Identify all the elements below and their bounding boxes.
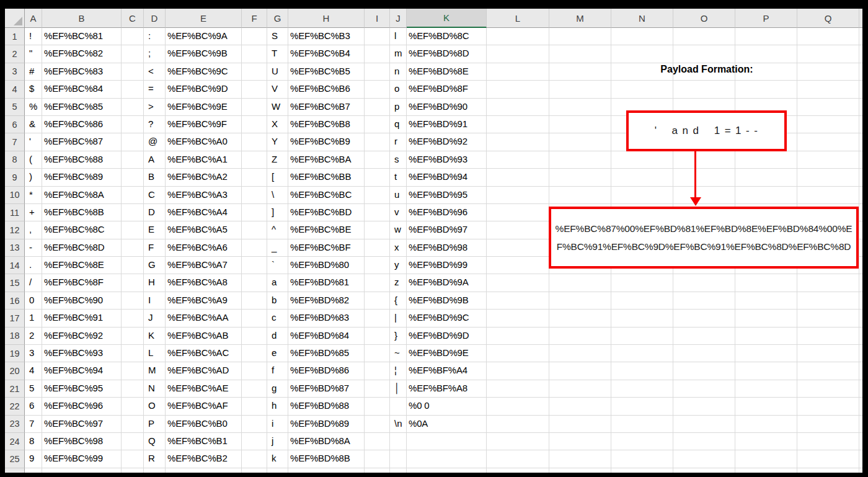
row-header-11[interactable]: 11: [5, 204, 25, 221]
cell-A21[interactable]: 5: [25, 380, 42, 398]
cell-B26[interactable]: [42, 468, 122, 473]
cell-H6[interactable]: %EF%BC%B8: [288, 116, 365, 133]
cell-Q21[interactable]: [797, 380, 859, 398]
cell-G18[interactable]: d: [267, 328, 288, 345]
cell-H7[interactable]: %EF%BC%B9: [288, 133, 365, 151]
row-header-23[interactable]: 23: [5, 416, 25, 433]
cell-F8[interactable]: [242, 151, 267, 169]
cell-L9[interactable]: [487, 169, 549, 186]
cell-C14[interactable]: [122, 257, 144, 274]
column-header-L[interactable]: L: [487, 9, 549, 28]
column-header-P[interactable]: P: [735, 9, 797, 28]
cell-M25[interactable]: [549, 450, 611, 468]
cell-N9[interactable]: [611, 169, 673, 186]
cell-A23[interactable]: 7: [25, 416, 42, 433]
cell-I2[interactable]: [365, 45, 390, 63]
cell-P20[interactable]: [735, 362, 797, 380]
cell-B24[interactable]: %EF%BC%98: [42, 433, 122, 450]
cell-D17[interactable]: J: [144, 310, 166, 327]
cell-B18[interactable]: %EF%BC%92: [42, 328, 122, 345]
cell-F20[interactable]: [242, 362, 267, 380]
cell-H11[interactable]: %EF%BC%BD: [288, 204, 365, 221]
cell-A9[interactable]: ): [25, 169, 42, 186]
row-header-24[interactable]: 24: [5, 433, 25, 450]
cell-A26[interactable]: [25, 468, 42, 473]
row-header-15[interactable]: 15: [5, 274, 25, 292]
cell-E5[interactable]: %EF%BC%9E: [166, 99, 242, 116]
cell-K2[interactable]: %EF%BD%8D: [407, 45, 487, 63]
cell-I21[interactable]: [365, 380, 390, 398]
cell-L23[interactable]: [487, 416, 549, 433]
cell-F4[interactable]: [242, 81, 267, 98]
cell-B11[interactable]: %EF%BC%8B: [42, 204, 122, 221]
cell-C23[interactable]: [122, 416, 144, 433]
cell-I13[interactable]: [365, 239, 390, 257]
cell-P4[interactable]: [735, 81, 797, 98]
cell-N25[interactable]: [611, 450, 673, 468]
cell-O15[interactable]: [673, 274, 735, 292]
cell-G25[interactable]: k: [267, 450, 288, 468]
cell-L13[interactable]: [487, 239, 549, 257]
cell-I1[interactable]: [365, 28, 390, 45]
cell-J17[interactable]: |: [390, 310, 407, 327]
cell-D15[interactable]: H: [144, 274, 166, 292]
cell-A15[interactable]: /: [25, 274, 42, 292]
cell-C8[interactable]: [122, 151, 144, 169]
row-header-21[interactable]: 21: [5, 380, 25, 398]
cell-D12[interactable]: E: [144, 221, 166, 239]
cell-H25[interactable]: %EF%BD%8B: [288, 450, 365, 468]
cell-B13[interactable]: %EF%BC%8D: [42, 239, 122, 257]
cell-D10[interactable]: C: [144, 187, 166, 204]
cell-E6[interactable]: %EF%BC%9F: [166, 116, 242, 133]
cell-B22[interactable]: %EF%BC%96: [42, 398, 122, 415]
cell-C11[interactable]: [122, 204, 144, 221]
cell-G5[interactable]: W: [267, 99, 288, 116]
cell-N1[interactable]: [611, 28, 673, 45]
row-header-2[interactable]: 2: [5, 45, 25, 63]
cell-K1[interactable]: %EF%BD%8C: [407, 28, 487, 45]
cell-B23[interactable]: %EF%BC%97: [42, 416, 122, 433]
row-header-25[interactable]: 25: [5, 450, 25, 468]
cell-L18[interactable]: [487, 328, 549, 345]
cell-G23[interactable]: i: [267, 416, 288, 433]
column-header-M[interactable]: M: [549, 9, 611, 28]
cell-G2[interactable]: T: [267, 45, 288, 63]
cell-D24[interactable]: Q: [144, 433, 166, 450]
cell-Q1[interactable]: [797, 28, 859, 45]
cell-F9[interactable]: [242, 169, 267, 186]
cell-Q2[interactable]: [797, 45, 859, 63]
cell-K6[interactable]: %EF%BD%91: [407, 116, 487, 133]
cell-J26[interactable]: [390, 468, 407, 473]
cell-Q25[interactable]: [797, 450, 859, 468]
cell-I20[interactable]: [365, 362, 390, 380]
row-header-14[interactable]: 14: [5, 257, 25, 274]
cell-A4[interactable]: $: [25, 81, 42, 98]
cell-E4[interactable]: %EF%BC%9D: [166, 81, 242, 98]
cell-H26[interactable]: [288, 468, 365, 473]
cell-H13[interactable]: %EF%BC%BF: [288, 239, 365, 257]
cell-C6[interactable]: [122, 116, 144, 133]
cell-J13[interactable]: x: [390, 239, 407, 257]
cell-H12[interactable]: %EF%BC%BE: [288, 221, 365, 239]
column-header-F[interactable]: F: [242, 9, 267, 28]
cell-F16[interactable]: [242, 292, 267, 310]
cell-E8[interactable]: %EF%BC%A1: [166, 151, 242, 169]
cell-I12[interactable]: [365, 221, 390, 239]
cell-K17[interactable]: %EF%BD%9C: [407, 310, 487, 327]
cell-J12[interactable]: w: [390, 221, 407, 239]
cell-K25[interactable]: [407, 450, 487, 468]
cell-H21[interactable]: %EF%BD%87: [288, 380, 365, 398]
row-header-10[interactable]: 10: [5, 187, 25, 204]
cell-J23[interactable]: \n: [390, 416, 407, 433]
cell-D3[interactable]: <: [144, 63, 166, 81]
cell-L4[interactable]: [487, 81, 549, 98]
cell-C16[interactable]: [122, 292, 144, 310]
cell-E3[interactable]: %EF%BC%9C: [166, 63, 242, 81]
cell-B2[interactable]: %EF%BC%82: [42, 45, 122, 63]
cell-A17[interactable]: 1: [25, 310, 42, 327]
cell-A18[interactable]: 2: [25, 328, 42, 345]
cell-P8[interactable]: [735, 151, 797, 169]
cell-C2[interactable]: [122, 45, 144, 63]
cell-Q20[interactable]: [797, 362, 859, 380]
cell-I24[interactable]: [365, 433, 390, 450]
